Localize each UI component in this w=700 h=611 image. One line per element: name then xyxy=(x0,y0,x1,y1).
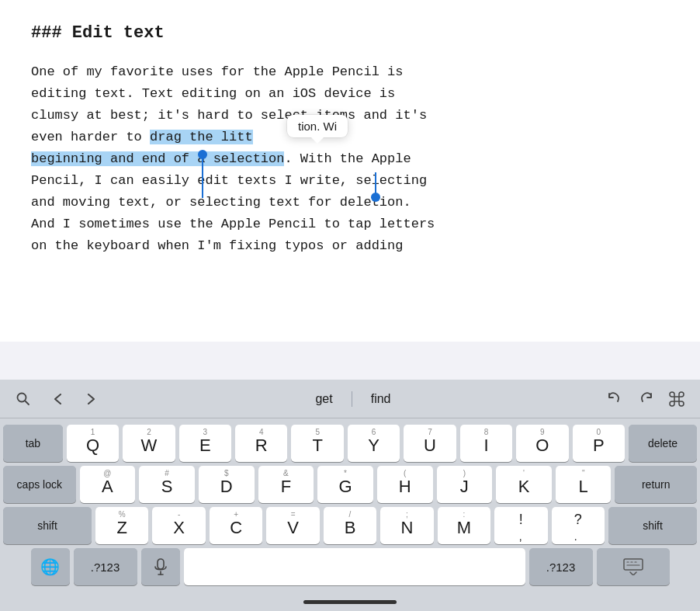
svg-rect-6 xyxy=(624,559,643,570)
key-o[interactable]: 9O xyxy=(516,425,568,462)
key-u[interactable]: 7U xyxy=(404,425,456,462)
key-a[interactable]: @A xyxy=(80,466,136,503)
forward-button[interactable] xyxy=(78,385,106,413)
bottom-bar xyxy=(0,592,700,611)
return-key[interactable]: return xyxy=(615,466,697,503)
hide-keyboard-key[interactable] xyxy=(597,548,670,585)
svg-rect-2 xyxy=(674,397,679,401)
key-y[interactable]: 6Y xyxy=(348,425,400,462)
toolbar-word-get[interactable]: get xyxy=(296,387,351,411)
key-l[interactable]: "L xyxy=(556,466,612,503)
key-e[interactable]: 3E xyxy=(179,425,231,462)
delete-key[interactable]: delete xyxy=(629,425,697,462)
text-after-selection: . With the ApplePencil, I can easily edi… xyxy=(31,151,435,253)
key-k[interactable]: 'K xyxy=(496,466,552,503)
back-button[interactable] xyxy=(43,385,71,413)
key-f[interactable]: &F xyxy=(258,466,314,503)
text-body: One of my favorite uses for the Apple Pe… xyxy=(31,61,669,257)
key-x[interactable]: -X xyxy=(152,507,205,544)
svg-rect-3 xyxy=(158,559,164,569)
key-w[interactable]: 2W xyxy=(123,425,175,462)
key-d[interactable]: $D xyxy=(199,466,255,503)
keyboard-rows: tab 1Q 2W 3E 4R 5T 6Y 7U 8I 9O 0P delete… xyxy=(0,418,700,592)
key-row-4: 🌐 .?123 .?123 xyxy=(3,548,697,585)
shift-left-key[interactable]: shift xyxy=(3,507,92,544)
heading: ### Edit text xyxy=(31,23,669,43)
toolbar-middle: get find xyxy=(106,387,601,411)
key-c[interactable]: +C xyxy=(210,507,262,544)
key-z[interactable]: %Z xyxy=(95,507,148,544)
cursor-handle-start[interactable] xyxy=(198,150,207,159)
space-key[interactable] xyxy=(184,548,525,585)
key-j[interactable]: )J xyxy=(437,466,493,503)
toolbar-left xyxy=(9,385,106,413)
globe-key[interactable]: 🌐 xyxy=(31,548,70,585)
numeric-switch-key-right[interactable]: .?123 xyxy=(529,548,593,585)
cursor-handle-end[interactable] xyxy=(371,193,380,202)
key-r[interactable]: 4R xyxy=(235,425,287,462)
key-v[interactable]: =V xyxy=(266,507,319,544)
key-b[interactable]: /B xyxy=(324,507,376,544)
text-editor[interactable]: ### Edit text One of my favorite uses fo… xyxy=(0,0,700,342)
redo-button[interactable] xyxy=(632,385,660,413)
toolbar-word-find[interactable]: find xyxy=(352,387,410,411)
key-p[interactable]: 0P xyxy=(573,425,625,462)
key-question[interactable]: ?. xyxy=(552,507,605,544)
key-row-2: caps lock @A #S $D &F *G (H )J 'K "L ret… xyxy=(3,466,697,503)
key-q[interactable]: 1Q xyxy=(67,425,119,462)
toolbar-right xyxy=(601,385,691,413)
key-h[interactable]: (H xyxy=(377,466,433,503)
key-g[interactable]: *G xyxy=(317,466,373,503)
cursor-line-start xyxy=(202,155,203,198)
shift-right-key[interactable]: shift xyxy=(608,507,697,544)
keyboard: get find xyxy=(0,380,700,611)
key-n[interactable]: ;N xyxy=(380,507,433,544)
caps-lock-key[interactable]: caps lock xyxy=(3,466,76,503)
key-t[interactable]: 5T xyxy=(291,425,343,462)
selected-text-block: beginning and end of a selection xyxy=(31,151,284,166)
key-row-1: tab 1Q 2W 3E 4R 5T 6Y 7U 8I 9O 0P delete xyxy=(3,425,697,462)
key-i[interactable]: 8I xyxy=(460,425,512,462)
home-indicator xyxy=(303,600,397,604)
key-row-3: shift %Z -X +C =V /B ;N :M !, ?. shift xyxy=(3,507,697,544)
tab-key[interactable]: tab xyxy=(3,425,63,462)
cmd-button[interactable] xyxy=(663,385,691,413)
tooltip-text: tion. Wi xyxy=(298,120,337,133)
undo-button[interactable] xyxy=(601,385,629,413)
key-s[interactable]: #S xyxy=(139,466,195,503)
tooltip-popup: tion. Wi xyxy=(287,115,348,137)
key-m[interactable]: :M xyxy=(438,507,490,544)
key-exclaim[interactable]: !, xyxy=(494,507,547,544)
selected-text-1: drag the litt xyxy=(150,130,253,144)
text-line-selected-start: even harder to xyxy=(31,130,150,144)
search-icon[interactable] xyxy=(9,385,37,413)
svg-point-0 xyxy=(18,393,26,401)
keyboard-toolbar: get find xyxy=(0,380,700,418)
mic-key[interactable] xyxy=(141,548,180,585)
numeric-switch-key[interactable]: .?123 xyxy=(74,548,137,585)
svg-line-1 xyxy=(26,401,29,404)
text-line-1: One of my favorite uses for the Apple Pe… xyxy=(31,64,427,123)
